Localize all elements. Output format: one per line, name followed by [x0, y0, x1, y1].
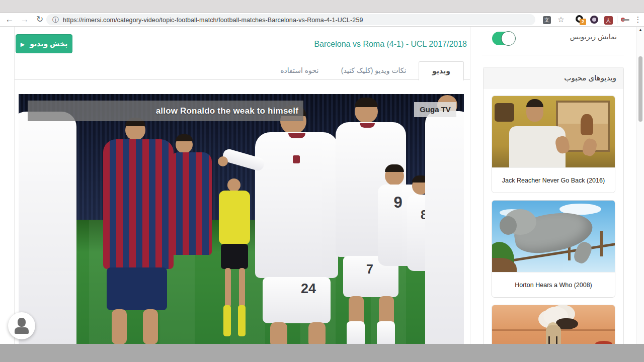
jack-reacher-thumbnail — [492, 96, 615, 167]
site-info-icon[interactable]: ⓘ — [52, 16, 59, 24]
extension-icon-1[interactable]: 2 — [574, 13, 586, 26]
support-avatar-button[interactable] — [8, 312, 35, 339]
play-video-button[interactable]: پخش ویدیو ▶ — [16, 34, 72, 53]
signature-line — [622, 19, 629, 21]
jersey-number-7: 7 — [360, 262, 380, 277]
toggle-knob — [501, 31, 516, 46]
browser-menu-icon[interactable]: ⋮ — [633, 13, 643, 26]
page-scrollbar[interactable]: ▲ — [636, 27, 644, 344]
channel-watermark: Guga TV — [414, 102, 456, 117]
video-card-title: Jack Reacher Never Go Back (2016) — [492, 167, 615, 193]
translate-glyph: 文 — [543, 16, 551, 24]
bookmark-star-icon[interactable]: ☆ — [555, 13, 567, 26]
toolbar-separator — [617, 16, 617, 24]
back-icon[interactable]: ← — [3, 13, 16, 26]
extension-dot — [590, 16, 598, 24]
pdf-extension-icon[interactable]: 人 — [603, 13, 614, 26]
person-icon-body — [15, 327, 29, 334]
pdf-glyph: 人 — [604, 16, 613, 25]
tab-bar: ویدیو نکات ویدیو (کلیک کنید) نحوه استفاد… — [270, 61, 464, 80]
url-text: https://rimersi.com/category-video/topic… — [63, 17, 363, 24]
popular-video-card-horton[interactable]: Horton Hears a Who (2008) — [492, 200, 615, 298]
signature-extension-icon[interactable] — [620, 13, 632, 26]
tab-video-notes[interactable]: نکات ویدیو (کلیک کنید) — [341, 61, 407, 79]
popular-videos-panel: ویدیوهای محبوب Jack Reacher Never Go Bac… — [483, 67, 624, 348]
subtitle-toggle-card: نمایش زیرنویس — [482, 27, 624, 55]
scrollbar-thumb[interactable] — [638, 56, 642, 122]
tab-how-to-use[interactable]: نحوه استفاده — [280, 61, 318, 79]
popular-videos-header: ویدیوهای محبوب — [484, 67, 623, 88]
extension-badge: 2 — [580, 19, 586, 25]
play-button-label: پخش ویدیو — [30, 40, 67, 48]
person-icon — [18, 318, 26, 327]
video-player[interactable]: 24 7 9 8 allow Ronaldo the weak to himse… — [19, 94, 464, 350]
page-title: Barcelona vs Roma (4-1) - UCL 2017/2018 — [314, 40, 467, 49]
video-card-title: Horton Hears a Who (2008) — [492, 272, 615, 297]
browser-toolbar: ← → ↻ ⓘhttps://rimersi.com/category-vide… — [0, 13, 644, 27]
subtitle-caption: allow Ronaldo the weak to himself — [28, 101, 303, 121]
extension-icon-2[interactable] — [589, 13, 600, 26]
scroll-up-arrow-icon[interactable]: ▲ — [636, 28, 644, 32]
bottom-gray-bar — [0, 344, 644, 362]
horton-thumbnail — [492, 201, 615, 272]
forward-icon[interactable]: → — [18, 13, 31, 26]
subtitle-toggle-label: نمایش زیرنویس — [570, 33, 617, 41]
translate-icon[interactable]: 文 — [541, 13, 552, 26]
refresh-icon[interactable]: ↻ — [33, 13, 46, 26]
jersey-number-24: 24 — [294, 281, 323, 297]
tab-video[interactable]: ویدیو — [419, 61, 464, 80]
subtitle-toggle[interactable] — [492, 32, 514, 45]
video-player-figure — [19, 112, 76, 344]
play-triangle-icon: ▶ — [21, 41, 25, 47]
url-bar[interactable]: ⓘhttps://rimersi.com/category-video/topi… — [46, 14, 535, 25]
browser-tabstrip — [0, 0, 644, 13]
popular-video-card-jack-reacher[interactable]: Jack Reacher Never Go Back (2016) — [492, 96, 615, 193]
